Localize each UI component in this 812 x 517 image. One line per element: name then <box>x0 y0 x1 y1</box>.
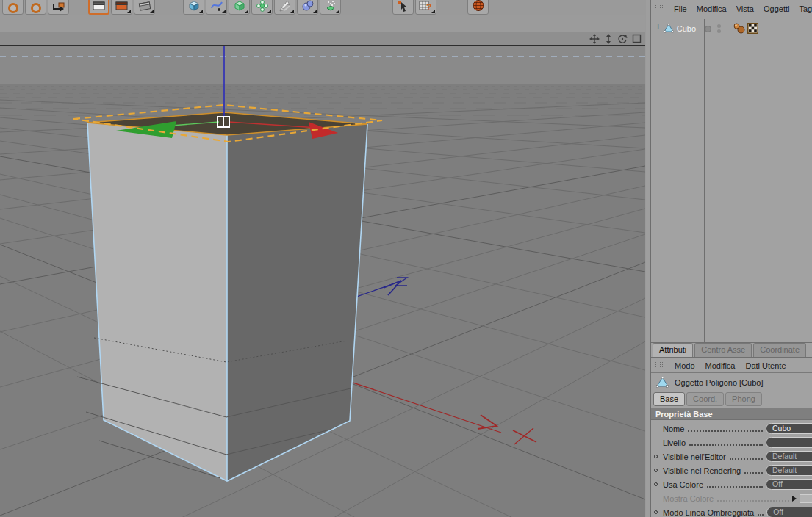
deformer-arrows-icon <box>279 0 292 12</box>
metaball-icon <box>301 0 315 12</box>
application-window: ? <box>0 0 812 517</box>
redo-button[interactable] <box>25 0 46 15</box>
field-label: Mostra Colore <box>663 494 714 503</box>
redo-icon <box>31 3 41 13</box>
render-settings-button[interactable] <box>134 0 155 15</box>
undo-icon <box>8 3 18 13</box>
add-metaball-button[interactable] <box>297 0 318 15</box>
attribute-subtabs: Base Coord. Phong <box>651 391 812 407</box>
am-menu-dati-utente[interactable]: Dati Utente <box>746 361 786 370</box>
field-mostra-colore: Mostra Colore <box>651 491 812 505</box>
livello-input[interactable] <box>766 437 812 448</box>
add-particles-button[interactable] <box>320 0 341 15</box>
field-modo-linea-ombreggiata: Modo Linea Ombreggiata Off <box>651 505 812 517</box>
zoom-view-button[interactable] <box>603 33 614 44</box>
animatable-dot-icon[interactable] <box>654 510 658 514</box>
usa-colore-dropdown[interactable]: Off <box>766 479 812 490</box>
drag-grip-icon[interactable] <box>655 361 664 370</box>
toolbar-spacer <box>0 15 645 32</box>
am-menu-modifica[interactable]: Modifica <box>705 361 736 370</box>
object-row-cubo[interactable]: └ Cubo <box>651 20 812 37</box>
generator-cube-icon <box>233 0 246 12</box>
field-label: Usa Colore <box>663 480 703 489</box>
rotate-view-button[interactable] <box>617 33 628 44</box>
structure-help-button[interactable]: ? <box>415 0 436 15</box>
maximize-view-icon <box>632 34 642 43</box>
expand-arrow-icon[interactable] <box>792 496 797 502</box>
section-header[interactable]: Proprietà Base <box>651 408 812 420</box>
om-menu-modifica[interactable]: Modifica <box>697 4 727 13</box>
drag-grip-icon[interactable] <box>655 4 664 13</box>
field-label: Livello <box>663 438 686 447</box>
browser-button[interactable] <box>467 0 489 15</box>
mostra-colore-swatch[interactable] <box>800 494 812 503</box>
om-menu-oggetti[interactable]: Oggetti <box>764 4 789 13</box>
modo-linea-dropdown[interactable]: Off <box>766 507 812 517</box>
rotate-view-icon <box>617 34 628 44</box>
coordinates-icon <box>51 0 65 12</box>
render-visibility-dot-bottom[interactable] <box>717 29 721 33</box>
selection-cursor-icon <box>397 0 410 12</box>
visibile-editor-dropdown[interactable]: Default <box>766 451 812 462</box>
subtab-coord[interactable]: Coord. <box>686 392 724 406</box>
om-menu-file[interactable]: File <box>674 4 687 13</box>
subtab-phong[interactable]: Phong <box>725 392 762 406</box>
right-panel: File Modifica Vista Oggetti Tag └ Cubo <box>650 0 812 517</box>
attribute-manager-menubar: Modo Modifica Dati Utente <box>651 358 812 373</box>
uvw-tag-icon[interactable] <box>747 23 758 34</box>
attribute-object-header: Oggetto Poligono [Cubo] <box>651 374 812 391</box>
add-primitive-button[interactable] <box>183 0 204 15</box>
animatable-dot-icon[interactable] <box>654 469 658 472</box>
pan-view-icon <box>589 34 600 44</box>
field-livello: Livello <box>651 435 812 449</box>
globe-icon <box>472 0 485 12</box>
animatable-dot-icon[interactable] <box>654 482 658 486</box>
selection-tool-button[interactable] <box>392 0 414 15</box>
field-label: Visibile nell'Editor <box>663 452 726 461</box>
pan-view-button[interactable] <box>589 33 600 44</box>
nome-input[interactable]: Cubo <box>766 423 812 434</box>
om-menu-tag[interactable]: Tag <box>799 4 812 13</box>
maximize-view-button[interactable] <box>630 33 642 44</box>
particle-emitter-icon <box>324 0 337 12</box>
field-label: Nome <box>663 424 684 433</box>
spline-icon <box>210 0 223 12</box>
add-generator-button[interactable] <box>229 0 250 15</box>
om-menu-vista[interactable]: Vista <box>736 4 754 13</box>
render-view-icon <box>92 0 106 12</box>
object-manager-menubar: File Modifica Vista Oggetti Tag <box>651 0 812 18</box>
visibile-rendering-dropdown[interactable]: Default <box>766 465 812 476</box>
tab-centro-asse[interactable]: Centro Asse <box>694 343 752 357</box>
tab-attributi[interactable]: Attributi <box>653 343 693 357</box>
object-title: Oggetto Poligono [Cubo] <box>675 378 763 387</box>
attribute-manager-tabs: Attributi Centro Asse Coordinate <box>651 343 812 358</box>
render-view-button[interactable] <box>88 0 109 15</box>
tab-coordinate[interactable]: Coordinate <box>753 343 806 357</box>
add-spline-button[interactable] <box>206 0 227 15</box>
field-label: Modo Linea Ombreggiata <box>663 508 754 517</box>
zoom-view-icon <box>604 34 613 44</box>
perspective-view <box>0 46 645 517</box>
property-fields: Nome Cubo Livello Visibile nell'Editor D… <box>651 422 812 517</box>
editor-visibility-dot[interactable] <box>705 26 711 32</box>
viewport-canvas[interactable] <box>0 46 645 517</box>
polygon-object-icon <box>664 24 674 33</box>
add-deformer-button[interactable] <box>274 0 295 15</box>
object-tree[interactable]: └ Cubo <box>651 19 812 343</box>
tree-branch-glyph: └ <box>655 24 661 33</box>
add-array-button[interactable] <box>251 0 273 15</box>
am-menu-modo[interactable]: Modo <box>675 361 695 370</box>
render-visibility-dot-top[interactable] <box>717 24 721 28</box>
coordinates-tool-button[interactable] <box>48 0 69 15</box>
field-visibile-rendering: Visibile nel Rendering Default <box>651 463 812 477</box>
animatable-dot-icon[interactable] <box>654 455 658 458</box>
subtab-base[interactable]: Base <box>653 392 685 406</box>
object-name[interactable]: Cubo <box>677 24 696 33</box>
array-icon <box>256 0 269 12</box>
undo-button[interactable] <box>2 0 24 15</box>
field-nome: Nome Cubo <box>651 422 812 435</box>
phong-tag-icon[interactable] <box>733 23 745 34</box>
polygon-object-icon <box>656 377 669 388</box>
field-visibile-editor: Visibile nell'Editor Default <box>651 449 812 463</box>
render-picture-viewer-button[interactable] <box>111 0 132 15</box>
